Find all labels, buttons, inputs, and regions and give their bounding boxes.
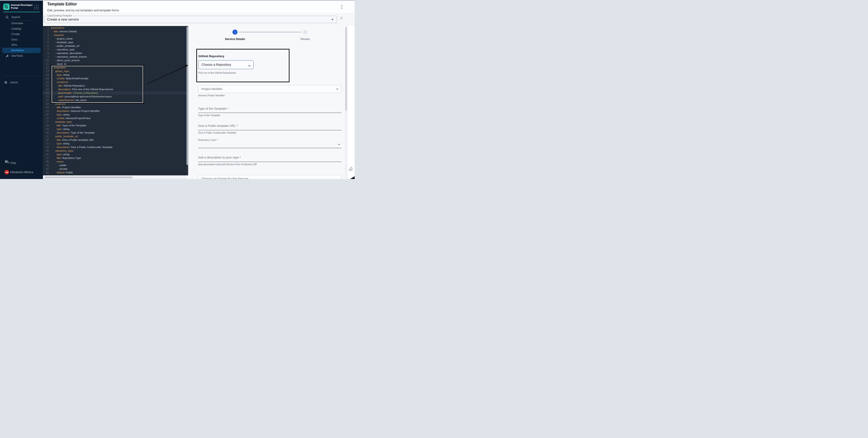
line-number: 9: [44, 55, 49, 59]
close-icon[interactable]: [340, 16, 343, 20]
code-token: [51, 117, 57, 120]
public-template-url-input[interactable]: Give a Public template URL *: [198, 124, 238, 128]
load-template-select[interactable]: Create a new service: [44, 16, 337, 23]
code-token: enum: [57, 160, 63, 163]
github-repository-helper: Pick one of the GitHub Repositories: [198, 71, 236, 74]
code-line[interactable]: 2 - title: Service Details: [43, 30, 186, 33]
template-type-underline: [198, 112, 341, 113]
code-line[interactable]: 34 description: Give a Public Cookiecutt…: [43, 145, 186, 149]
code-line[interactable]: 26 ui:field: HarnessProjectPicker: [43, 116, 186, 120]
code-line[interactable]: 35 repository_type:: [43, 149, 186, 153]
line-number: 32: [44, 138, 49, 142]
code-line[interactable]: 4 - project_name: [43, 37, 186, 40]
line-number: 41: [44, 171, 49, 174]
brand-divider: [3, 12, 40, 12]
sidebar-item-search[interactable]: Search: [0, 14, 43, 20]
line-number: 4: [44, 37, 49, 40]
code-line[interactable]: 41 default: Public: [43, 171, 186, 174]
code-line[interactable]: 40 - private: [43, 167, 186, 171]
line-number: 17: [44, 84, 49, 88]
sidebar-item-help[interactable]: Help: [10, 161, 16, 165]
line-number: 19: [44, 91, 49, 95]
sidebar-item-overview[interactable]: Overview: [0, 21, 43, 26]
code-line[interactable]: 31 public_template_url:: [43, 134, 186, 138]
code-token: : string: [62, 153, 69, 156]
public-template-url-helper: Give a Public Cookiecutter Template: [198, 131, 236, 134]
code-line[interactable]: 25 type: string: [43, 113, 186, 116]
user-name[interactable]: Himanshu Mishra: [10, 170, 33, 174]
kebab-menu-icon[interactable]: [340, 5, 344, 10]
code-token: parameters: [51, 27, 64, 29]
code-line[interactable]: 38 enum:: [43, 160, 186, 163]
code-token: [51, 135, 55, 138]
line-number: 6: [44, 44, 49, 48]
code-line[interactable]: 29 type: string: [43, 127, 186, 131]
editor-horizontal-scrollbar-thumb[interactable]: [44, 176, 132, 178]
code-line[interactable]: 23 title: Project Identifier: [43, 106, 186, 109]
apps-grid-icon[interactable]: [34, 5, 39, 10]
page-subtitle: Edit, preview, and try out templates and…: [47, 9, 119, 12]
app-window: Internal Developer Portal Search Overvie…: [0, 0, 354, 179]
stepper-step-2[interactable]: 2: [303, 30, 308, 35]
sidebar-item-apis[interactable]: APIs: [0, 42, 43, 48]
line-number: 33: [44, 142, 49, 145]
sidebar-item-docs[interactable]: Docs: [0, 37, 43, 42]
stepper-connector: [239, 32, 301, 32]
code-line[interactable]: 9 - repository_default_branch: [43, 55, 186, 59]
code-line[interactable]: 27 template_type:: [43, 120, 186, 124]
line-number: 23: [44, 106, 49, 109]
sidebar-item-label: Docs: [11, 37, 18, 42]
code-token: [51, 171, 57, 174]
code-line[interactable]: 8 - repositoty_description: [43, 51, 186, 55]
repository-type-select[interactable]: [198, 148, 341, 148]
code-line[interactable]: 30 description: Type of the Template: [43, 131, 186, 134]
repository-type-label: Repository Type *: [198, 139, 218, 141]
code-line[interactable]: 39 - public: [43, 163, 186, 167]
code-line[interactable]: 1parameters:: [43, 26, 186, 30]
code-line[interactable]: 7 - repository_type: [43, 48, 186, 51]
code-line[interactable]: 32 title: Give a Public template URL: [43, 138, 186, 142]
sidebar-item-devtools[interactable]: DevTools: [0, 53, 43, 59]
line-number: 28: [44, 124, 49, 127]
code-line[interactable]: 37 title: Repository Type: [43, 156, 186, 160]
chat-widget-icon[interactable]: [348, 167, 353, 172]
github-repository-select[interactable]: Choose a Repository: [198, 60, 253, 69]
sidebar-item-create[interactable]: Create: [0, 31, 43, 37]
sidebar-item-catalog[interactable]: Catalog: [0, 26, 43, 31]
editor-vertical-scrollbar-thumb[interactable]: [187, 27, 188, 165]
github-repository-value: Choose a Repository: [202, 63, 231, 66]
code-token: description: [57, 146, 69, 148]
avatar[interactable]: HM: [4, 170, 9, 174]
project-identifier-select[interactable]: Project Identifier: [198, 85, 341, 93]
repo-description-helper: Auto-generated using Self-Service-Flow o…: [198, 163, 257, 166]
line-number: 14: [44, 73, 49, 77]
code-token: : Public: [64, 171, 73, 174]
code-token: title: [54, 30, 58, 33]
line-number: 5: [44, 40, 49, 44]
code-line[interactable]: 24 description: Harness Project Identifi…: [43, 109, 186, 113]
code-token: - private: [51, 167, 68, 170]
code-line[interactable]: 5 - template_type: [43, 40, 186, 44]
stepper-step-1[interactable]: 1: [232, 30, 238, 35]
sidebar-item-workflows[interactable]: Workflows: [2, 48, 41, 53]
public-template-url-underline: [198, 130, 341, 130]
template-type-input[interactable]: Type of the Template *: [198, 107, 228, 110]
code-token: title: [57, 157, 61, 159]
form-vertical-scrollbar-thumb[interactable]: [345, 27, 347, 110]
sidebar-item-admin[interactable]: ⚙ Admin: [0, 80, 43, 85]
code-line[interactable]: 3 required:: [43, 33, 186, 37]
sliders-icon: [4, 5, 8, 9]
code-line[interactable]: 6 - public_template_url: [43, 44, 186, 48]
code-line[interactable]: 33 type: string: [43, 142, 186, 145]
load-template-label: Load Existing Template: [46, 14, 73, 17]
code-line[interactable]: 36 type: string: [43, 153, 186, 156]
code-line[interactable]: 10 - direct_push_branch: [43, 59, 186, 62]
owner-placeholder: Choose an Owner for the Service: [202, 177, 248, 179]
code-token: type: [57, 153, 62, 156]
code-line[interactable]: 28 title: Type of the Template: [43, 124, 186, 127]
repo-description-input[interactable]: Add a description to your repo *: [198, 156, 241, 159]
line-number: 22: [44, 102, 49, 106]
harness-idp-logo: [3, 4, 9, 10]
search-icon: [5, 15, 9, 19]
owner-select[interactable]: Choose an Owner for the Service: [198, 175, 341, 179]
